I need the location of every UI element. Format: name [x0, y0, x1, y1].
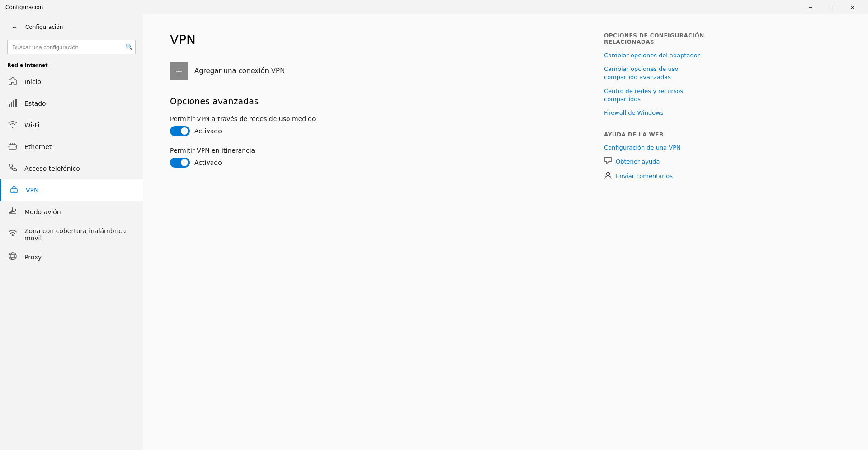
- back-button[interactable]: ←: [7, 20, 22, 34]
- app-container: ← Configuración 🔍 Red e Internet Inicio: [0, 14, 868, 450]
- sidebar: ← Configuración 🔍 Red e Internet Inicio: [0, 14, 143, 450]
- sidebar-category: Red e Internet: [0, 61, 143, 71]
- estado-icon: [7, 98, 18, 109]
- window-controls: ─ □ ✕: [800, 0, 863, 14]
- sidebar-item-inicio[interactable]: Inicio: [0, 71, 143, 93]
- right-panel: Opciones de configuración relacionadas C…: [604, 33, 712, 432]
- airplane-icon: [7, 206, 18, 217]
- toggle-metered-thumb: [181, 127, 188, 135]
- svg-rect-0: [9, 104, 10, 107]
- toggle-roaming-container: Activado: [170, 158, 577, 168]
- svg-point-8: [9, 253, 16, 260]
- toggle-roaming[interactable]: [170, 158, 190, 168]
- link-cambiar-compartido[interactable]: Cambiar opciones de uso compartido avanz…: [604, 65, 712, 81]
- content-main: VPN + Agregar una conexión VPN Opciones …: [170, 33, 577, 432]
- search-icon: 🔍: [125, 43, 133, 51]
- help-chat-icon: [604, 156, 612, 166]
- home-icon: [7, 76, 18, 87]
- sidebar-inicio-label: Inicio: [24, 78, 41, 85]
- toggle-metered[interactable]: [170, 126, 190, 136]
- link-obtener-ayuda[interactable]: Obtener ayuda: [616, 158, 660, 165]
- titlebar: Configuración ─ □ ✕: [0, 0, 868, 14]
- minimize-button[interactable]: ─: [800, 0, 821, 14]
- link-centro-redes[interactable]: Centro de redes y recursos compartidos: [604, 87, 712, 103]
- sidebar-item-modo-avion[interactable]: Modo avión: [0, 201, 143, 223]
- phone-icon: [7, 163, 18, 174]
- add-icon: +: [170, 62, 188, 80]
- sidebar-avion-label: Modo avión: [24, 208, 61, 216]
- svg-rect-2: [13, 100, 14, 107]
- sidebar-vpn-label: VPN: [26, 187, 39, 194]
- search-box: 🔍: [7, 40, 136, 54]
- link-enviar-comentarios[interactable]: Enviar comentarios: [616, 173, 673, 179]
- toggle-metered-description: Permitir VPN a través de redes de uso me…: [170, 115, 577, 122]
- svg-rect-1: [11, 102, 12, 107]
- toggle-roaming-label: Activado: [194, 159, 222, 166]
- sidebar-estado-label: Estado: [24, 100, 46, 107]
- close-button[interactable]: ✕: [842, 0, 863, 14]
- sidebar-acceso-label: Acceso telefónico: [24, 165, 80, 172]
- toggle-roaming-thumb: [181, 159, 188, 166]
- sidebar-header: ← Configuración: [0, 14, 143, 38]
- obtener-ayuda-row: Obtener ayuda: [604, 156, 712, 166]
- hotspot-icon: [7, 229, 18, 240]
- sidebar-item-zona[interactable]: Zona con cobertura inalámbrica móvil: [0, 223, 143, 246]
- link-cambiar-adaptador[interactable]: Cambiar opciones del adaptador: [604, 52, 712, 60]
- svg-point-12: [607, 173, 610, 176]
- sidebar-ethernet-label: Ethernet: [24, 143, 52, 150]
- svg-rect-3: [15, 99, 17, 107]
- toggle-metered-row: Permitir VPN a través de redes de uso me…: [170, 115, 577, 136]
- toggle-roaming-row: Permitir VPN en itinerancia Activado: [170, 147, 577, 168]
- sidebar-item-wifi[interactable]: Wi-Fi: [0, 114, 143, 136]
- sidebar-item-ethernet[interactable]: Ethernet: [0, 136, 143, 158]
- toggle-metered-label: Activado: [194, 127, 222, 135]
- toggle-metered-track: [170, 126, 190, 136]
- help-section: Ayuda de la web Configuración de una VPN…: [604, 131, 712, 181]
- section-title: Opciones avanzadas: [170, 96, 577, 106]
- sidebar-wifi-label: Wi-Fi: [24, 122, 39, 129]
- vpn-icon: [9, 185, 19, 196]
- app-title: Configuración: [5, 4, 800, 10]
- sidebar-item-vpn[interactable]: VPN: [0, 179, 143, 201]
- sidebar-item-estado[interactable]: Estado: [0, 93, 143, 114]
- maximize-button[interactable]: □: [821, 0, 842, 14]
- add-vpn-button[interactable]: + Agregar una conexión VPN: [170, 62, 577, 80]
- wifi-icon: [7, 120, 18, 130]
- svg-point-7: [12, 234, 14, 236]
- link-firewall[interactable]: Firewall de Windows: [604, 109, 712, 117]
- sidebar-zona-label: Zona con cobertura inalámbrica móvil: [24, 227, 136, 242]
- link-config-vpn[interactable]: Configuración de una VPN: [604, 144, 712, 151]
- related-title: Opciones de configuración relacionadas: [604, 33, 712, 45]
- svg-point-6: [14, 191, 15, 192]
- svg-point-9: [11, 253, 14, 260]
- svg-rect-4: [9, 145, 16, 149]
- toggle-roaming-track: [170, 158, 190, 168]
- ethernet-icon: [7, 141, 18, 152]
- enviar-comentarios-row: Enviar comentarios: [604, 171, 712, 181]
- sidebar-item-proxy[interactable]: Proxy: [0, 246, 143, 268]
- toggle-roaming-description: Permitir VPN en itinerancia: [170, 147, 577, 154]
- sidebar-proxy-label: Proxy: [24, 253, 42, 261]
- sidebar-app-title: Configuración: [25, 24, 63, 30]
- proxy-icon: [7, 252, 18, 262]
- sidebar-item-acceso[interactable]: Acceso telefónico: [0, 158, 143, 179]
- page-title: VPN: [170, 33, 577, 47]
- add-vpn-label: Agregar una conexión VPN: [194, 67, 285, 75]
- help-title: Ayuda de la web: [604, 131, 712, 138]
- content-area: VPN + Agregar una conexión VPN Opciones …: [143, 14, 868, 450]
- toggle-metered-container: Activado: [170, 126, 577, 136]
- feedback-icon: [604, 171, 612, 181]
- search-input[interactable]: [7, 40, 136, 54]
